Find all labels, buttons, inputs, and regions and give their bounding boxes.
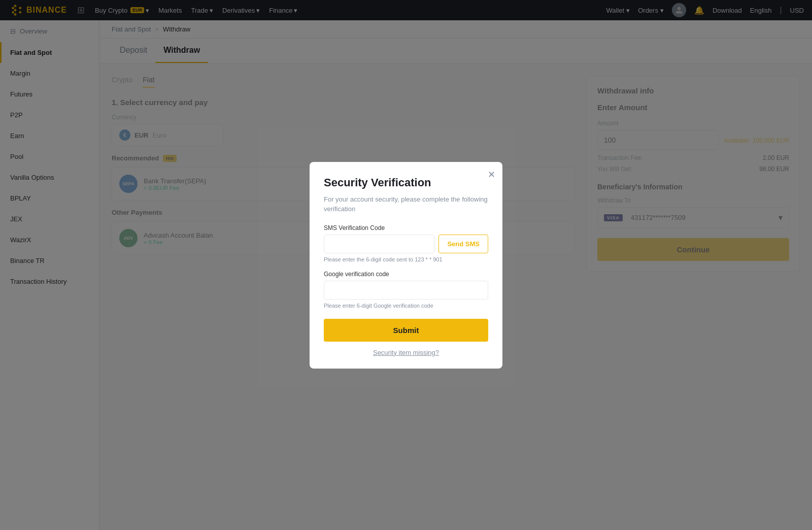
sms-label: SMS Verification Code <box>324 224 488 231</box>
google-code-input[interactable] <box>324 281 488 300</box>
modal-close-button[interactable]: ✕ <box>488 169 495 180</box>
sms-input-row: Send SMS <box>324 235 488 253</box>
security-missing-link[interactable]: Security item missing? <box>324 349 488 356</box>
google-hint: Please enter 6-digit Google verification… <box>324 303 488 309</box>
send-sms-button[interactable]: Send SMS <box>438 235 488 253</box>
modal-title: Security Verification <box>324 176 488 189</box>
sms-hint: Please enter the 6-digit code sent to 12… <box>324 256 488 262</box>
security-verification-modal: ✕ Security Verification For your account… <box>310 162 502 369</box>
modal-overlay: ✕ Security Verification For your account… <box>0 0 812 530</box>
google-label: Google verification code <box>324 271 488 278</box>
sms-code-input[interactable] <box>324 235 434 253</box>
modal-subtitle: For your account security, please comple… <box>324 194 488 214</box>
submit-button[interactable]: Submit <box>324 319 488 342</box>
